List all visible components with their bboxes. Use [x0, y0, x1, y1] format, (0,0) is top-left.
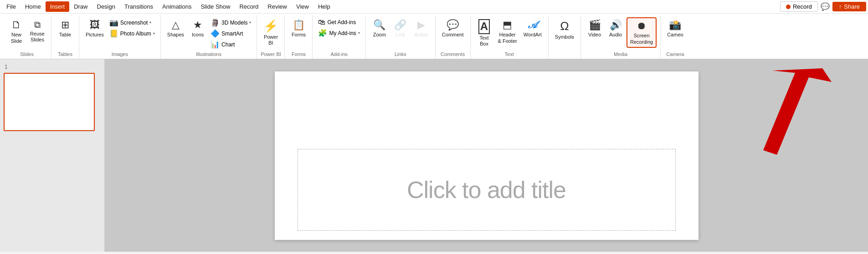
cameo-icon: 📸: [669, 19, 681, 31]
link-icon: 🔗: [394, 19, 406, 31]
ribbon-group-comments: 💬 Comment Comments: [436, 15, 471, 59]
my-addins-dropdown: ▾: [358, 31, 360, 35]
slides-items: 🗋 NewSlide ⧉ ReuseSlides: [5, 15, 48, 51]
forms-button[interactable]: 📋 Forms: [288, 17, 308, 40]
get-addins-button[interactable]: 🛍 Get Add-ins: [316, 17, 361, 27]
chart-label: Chart: [221, 41, 235, 48]
power-bi-button[interactable]: ⚡ PowerBI: [261, 17, 281, 48]
menu-transitions[interactable]: Transitions: [120, 1, 158, 12]
photo-album-label: Photo Album: [120, 30, 151, 37]
table-icon: ⊞: [61, 19, 69, 31]
links-items: 🔍 Zoom 🔗 Link ▶ Action: [369, 15, 432, 51]
my-addins-button[interactable]: 🧩 My Add-ins ▾: [316, 28, 361, 38]
action-button[interactable]: ▶ Action: [411, 17, 431, 40]
reuse-slides-icon: ⧉: [34, 19, 41, 30]
menu-bar: File Home Insert Draw Design Transitions…: [0, 0, 868, 14]
zoom-button[interactable]: 🔍 Zoom: [370, 17, 390, 40]
smartart-label: SmartArt: [221, 30, 243, 37]
forms-items: 📋 Forms: [288, 15, 309, 51]
comment-button[interactable]: 💬 Comment: [439, 17, 467, 40]
zoom-label: Zoom: [373, 32, 386, 38]
cameo-button[interactable]: 📸 Cameo: [664, 17, 686, 40]
menu-file[interactable]: File: [2, 1, 21, 12]
images-group-label: Images: [82, 51, 158, 59]
icons-button[interactable]: ★ Icons: [188, 17, 208, 40]
get-addins-label: Get Add-ins: [327, 19, 356, 25]
reuse-slides-label: ReuseSlides: [30, 31, 45, 43]
screenshot-icon: 📷: [109, 18, 118, 27]
images-col: 📷 Screenshot ▾ 📒 Photo Album ▾: [108, 17, 157, 39]
ribbon-group-tables: ⊞ Table Tables: [51, 15, 79, 59]
menu-design[interactable]: Design: [92, 1, 120, 12]
text-items: A TextBox ⬒ Header& Footer 𝒜 WordArt: [473, 15, 545, 51]
forms-label: Forms: [292, 32, 306, 38]
pictures-icon: 🖼: [90, 19, 100, 31]
table-label: Table: [59, 32, 71, 38]
comments-items: 💬 Comment: [438, 15, 467, 51]
action-label: Action: [415, 32, 429, 38]
link-button[interactable]: 🔗 Link: [390, 17, 411, 40]
ribbon-group-media: 🎬 Video 🔊 Audio ⏺ ScreenRecording Media: [581, 15, 661, 59]
illustrations-items: △ Shapes ★ Icons 🗿 3D Models ▾ 🔷 SmartAr…: [164, 15, 254, 51]
links-group-label: Links: [369, 51, 432, 59]
audio-button[interactable]: 🔊 Audio: [606, 17, 626, 40]
menu-help[interactable]: Help: [313, 1, 335, 12]
photo-album-dropdown: ▾: [153, 31, 155, 36]
link-label: Link: [396, 32, 405, 38]
powerbi-group-label: Power BI: [260, 51, 282, 59]
ribbon-group-text: A TextBox ⬒ Header& Footer 𝒜 WordArt Tex…: [471, 15, 549, 59]
tables-items: ⊞ Table: [54, 15, 76, 51]
record-button[interactable]: Record: [780, 1, 818, 12]
chart-button[interactable]: 📊 Chart: [209, 39, 253, 50]
reuse-slides-button[interactable]: ⧉ ReuseSlides: [27, 17, 47, 45]
pictures-label: Pictures: [86, 32, 104, 38]
screen-recording-label: ScreenRecording: [630, 33, 653, 45]
text-box-label: TextBox: [479, 35, 488, 47]
title-placeholder-box[interactable]: Click to add title: [298, 149, 676, 231]
menu-slideshow[interactable]: Slide Show: [196, 1, 235, 12]
menu-record[interactable]: Record: [235, 1, 263, 12]
illus-col: 🗿 3D Models ▾ 🔷 SmartArt 📊 Chart: [209, 17, 253, 50]
menu-animations[interactable]: Animations: [158, 1, 196, 12]
text-box-button[interactable]: A TextBox: [474, 17, 494, 49]
chat-icon[interactable]: 💬: [821, 2, 830, 11]
menu-home[interactable]: Home: [21, 1, 46, 12]
header-footer-button[interactable]: ⬒ Header& Footer: [495, 17, 520, 46]
3d-models-button[interactable]: 🗿 3D Models ▾: [209, 17, 253, 28]
smartart-button[interactable]: 🔷 SmartArt: [209, 28, 253, 39]
new-slide-button[interactable]: 🗋 NewSlide: [6, 17, 26, 46]
video-icon: 🎬: [589, 19, 601, 31]
screenshot-button[interactable]: 📷 Screenshot ▾: [108, 17, 157, 28]
menu-view[interactable]: View: [292, 1, 313, 12]
share-button[interactable]: ↑ Share: [832, 2, 866, 11]
menu-draw[interactable]: Draw: [69, 1, 92, 12]
3d-models-label: 3D Models: [221, 20, 247, 26]
video-button[interactable]: 🎬 Video: [585, 17, 605, 40]
menu-insert[interactable]: Insert: [46, 1, 70, 12]
images-items: 🖼 Pictures 📷 Screenshot ▾ 📒 Photo Album …: [82, 15, 158, 51]
symbols-button[interactable]: Ω Symbols: [552, 17, 577, 42]
main-area: 1 Click to add title: [0, 59, 868, 252]
table-button[interactable]: ⊞ Table: [55, 17, 75, 40]
pictures-button[interactable]: 🖼 Pictures: [83, 17, 107, 40]
icons-icon: ★: [193, 19, 202, 31]
cameo-label: Cameo: [667, 32, 683, 38]
wordart-button[interactable]: 𝒜 WordArt: [521, 17, 544, 40]
chart-icon: 📊: [211, 40, 220, 49]
ribbon-group-symbols: Ω Symbols: [549, 15, 581, 59]
symbols-icon: Ω: [560, 19, 569, 33]
shapes-button[interactable]: △ Shapes: [164, 17, 187, 40]
slide-thumbnail[interactable]: [4, 73, 95, 131]
video-label: Video: [588, 32, 601, 38]
3d-models-dropdown: ▾: [249, 20, 251, 25]
wordart-icon: 𝒜: [528, 19, 537, 31]
my-addins-label: My Add-ins: [329, 30, 356, 36]
screen-recording-button[interactable]: ⏺ ScreenRecording: [627, 17, 657, 48]
slide-canvas[interactable]: Click to add title: [275, 71, 699, 240]
photo-album-button[interactable]: 📒 Photo Album ▾: [108, 28, 157, 39]
icons-label: Icons: [192, 32, 204, 38]
slides-group-label: Slides: [5, 51, 48, 59]
menu-review[interactable]: Review: [263, 1, 292, 12]
text-group-label: Text: [473, 51, 545, 59]
shapes-label: Shapes: [167, 32, 184, 38]
